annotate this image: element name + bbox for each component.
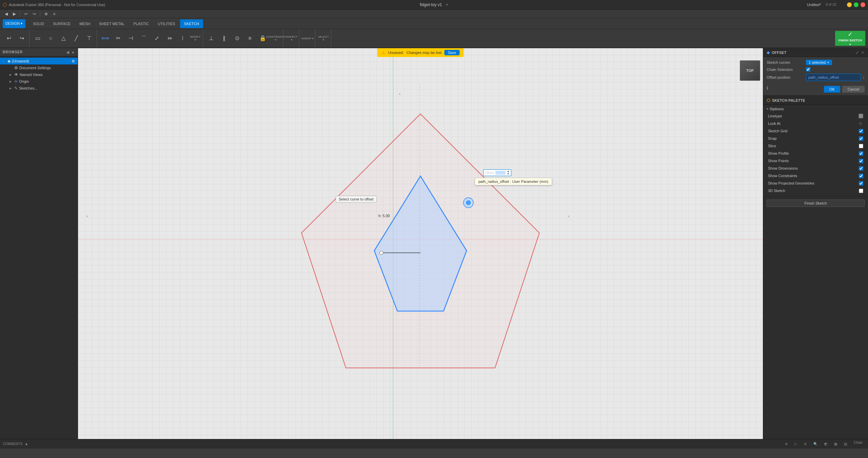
zoom-btn[interactable]: 🔍 [811,441,820,447]
save-button[interactable]: Save [444,50,459,55]
snap-checkbox[interactable] [859,136,863,141]
chain-checkbox[interactable] [806,67,810,72]
menu-btn[interactable]: ≡ [51,11,58,17]
dimension-handle[interactable] [380,251,383,254]
tree-item-named-views[interactable]: ▶ 👁 Named Views [0,71,78,78]
module-mesh[interactable]: MESH [75,19,94,28]
show-dimensions-checkbox[interactable] [859,166,863,171]
rectangle-tool[interactable]: ▭ [32,31,44,46]
show-points-checkbox[interactable] [859,159,863,163]
constraint-parallel[interactable]: ∥ [218,31,230,46]
show-points-label: Show Points [768,159,789,163]
sketch-palette-header: ⬡ SKETCH PALETTE [763,96,868,105]
browser-pin-btn[interactable]: ● [71,49,75,55]
back-btn[interactable]: ◀ [3,11,9,17]
trim-tool[interactable]: ✂ [112,31,124,46]
maximize-btn[interactable] [854,2,859,7]
grid-btn[interactable]: ▦ [831,441,840,447]
module-utilities[interactable]: UTILITIES [154,19,179,28]
offset-position-row: Offset position ↕ [767,74,865,81]
show-projected-checkbox[interactable] [859,181,863,186]
icon-toolbar: ↩ ↪ ▭ ○ △ ╱ ⊤ ⟺ ✂ ⊣ ⌒ ⤢ ⇔ ⁞ MODIFY ▾ ⊥ ∥… [0,29,868,48]
t-tool[interactable]: ⊤ [83,31,95,46]
comments-pin-btn[interactable]: ● [24,441,28,447]
offset-tool[interactable]: ⤢ [151,31,163,46]
show-constraints-checkbox[interactable] [859,174,863,178]
layout-btn[interactable]: ▤ [841,441,850,447]
fillet-tool[interactable]: ⌒ [138,31,150,46]
right-panels: ◈ OFFSET ⤢ × Sketch curves 1 selected × [763,48,868,439]
sketch-tools-group: ▭ ○ △ ╱ ⊤ [30,29,97,47]
constraint-tangent[interactable]: ⊙ [231,31,243,46]
tree-item-root[interactable]: ▾ ◈ (Unsaved) ⚙ [0,58,78,64]
finish-sketch-btn[interactable]: ✓ FINISH SKETCH ▾ [835,31,865,46]
design-dropdown[interactable]: DESIGN ▾ [3,19,25,28]
lookat-btn[interactable]: ⊹ [858,120,863,127]
extend-tool[interactable]: ⊣ [125,31,137,46]
tree-item-doc-settings[interactable]: ⚙ Document Settings [0,64,78,71]
settings-icon[interactable]: ⚙ [72,59,75,63]
view-btn[interactable]: ◩ [822,441,830,447]
offset-icon: ◈ [767,50,770,55]
app-title: Autodesk Fusion 360 (Personal - Not for … [9,3,105,7]
undo-tool[interactable]: ↩ [3,31,15,46]
module-solid[interactable]: SOLID [29,19,48,28]
cancel-button[interactable]: Cancel [842,86,865,93]
constraint-perp[interactable]: ⊥ [205,31,217,46]
ok-button[interactable]: OK [824,86,840,93]
browser-expand-btn[interactable]: ◀ [65,49,70,55]
module-plastic[interactable]: PLASTIC [129,19,153,28]
mirror-tool[interactable]: ⇔ [163,31,176,46]
select-group: SELECT ▾ [316,29,331,47]
linetype-color[interactable] [859,114,863,118]
minimize-btn[interactable] [847,2,852,7]
pattern-tool[interactable]: ⁞ [176,31,189,46]
slice-checkbox[interactable] [859,144,863,148]
constraint-equal[interactable]: ≡ [244,31,256,46]
insert-group: INSERT ▾ [300,29,315,47]
redo-tool[interactable]: ↪ [16,31,28,46]
module-surface[interactable]: SURFACE [49,19,75,28]
offset-position-input[interactable] [806,74,861,81]
tree-item-origin[interactable]: ▶ ✛ Origin [0,78,78,85]
tab-title[interactable]: fidget-toy v1 [420,2,442,7]
constraints-more-btn[interactable]: CONSTRAINTS ▾ [270,31,282,46]
offset-field[interactable] [495,171,506,175]
canvas-area[interactable]: ⚠ Unsaved: Changes may be lost Save Sele… [78,48,763,439]
options-title[interactable]: ▾ Options [767,107,865,111]
module-sketch[interactable]: SKETCH [180,19,203,28]
line-tool[interactable]: ╱ [70,31,82,46]
deselect-btn[interactable]: × [827,60,829,64]
close-btn[interactable] [861,2,865,7]
orbit-btn[interactable]: ⊚ [801,441,809,447]
offset-input-box[interactable]: offset ▲ ▼ [483,169,511,176]
tree-item-sketches[interactable]: ▶ ✎ Sketches... [0,85,78,92]
modify-more-btn[interactable]: MODIFY ▾ [189,31,201,46]
home-btn[interactable]: ⊕ [782,441,790,447]
circle-tool[interactable]: ○ [44,31,57,46]
palette-finish-sketch-btn[interactable]: Finish Sketch [767,199,865,207]
title-bar: ⬡ Autodesk Fusion 360 (Personal - Not fo… [0,0,868,9]
tree-arrow4: ▶ [9,80,13,83]
panel-expand-btn[interactable]: ⤢ [855,50,860,56]
sketch-palette-title: ⬡ SKETCH PALETTE [767,98,805,103]
offset-updown-icon[interactable]: ↕ [863,75,865,79]
insert-btn[interactable]: INSERT ▾ [301,31,314,46]
3d-sketch-checkbox[interactable] [859,189,863,193]
inspect-btn[interactable]: INSPECT ▾ [285,31,298,46]
triangle-tool[interactable]: △ [57,31,70,46]
offset-curve-tool[interactable]: ⟺ [99,31,111,46]
new-btn[interactable]: ⊕ [43,11,50,17]
redo-btn[interactable]: ↪ [31,11,38,17]
play-btn[interactable]: ▷ [792,441,800,447]
sketch-canvas[interactable] [78,48,763,439]
tab-close-btn[interactable]: × [446,2,448,7]
module-sheet-metal[interactable]: SHEET METAL [95,19,129,28]
offset-spinner[interactable]: ▲ ▼ [507,170,510,175]
select-btn[interactable]: SELECT ▾ [317,31,330,46]
undo-btn[interactable]: ↩ [23,11,29,17]
forward-btn[interactable]: ▶ [11,11,18,17]
sketch-grid-checkbox[interactable] [859,129,863,133]
show-profile-checkbox[interactable] [859,151,863,156]
panel-close-btn[interactable]: × [861,50,865,56]
